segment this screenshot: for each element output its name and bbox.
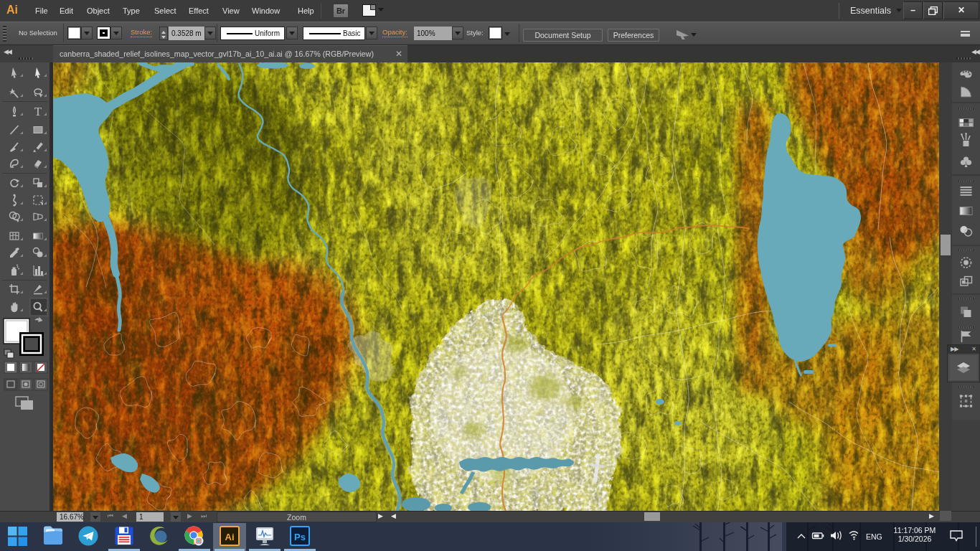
svg-text:T: T [34, 105, 42, 118]
svg-text:Ai: Ai [225, 532, 235, 542]
svg-text:Ps: Ps [294, 532, 306, 542]
